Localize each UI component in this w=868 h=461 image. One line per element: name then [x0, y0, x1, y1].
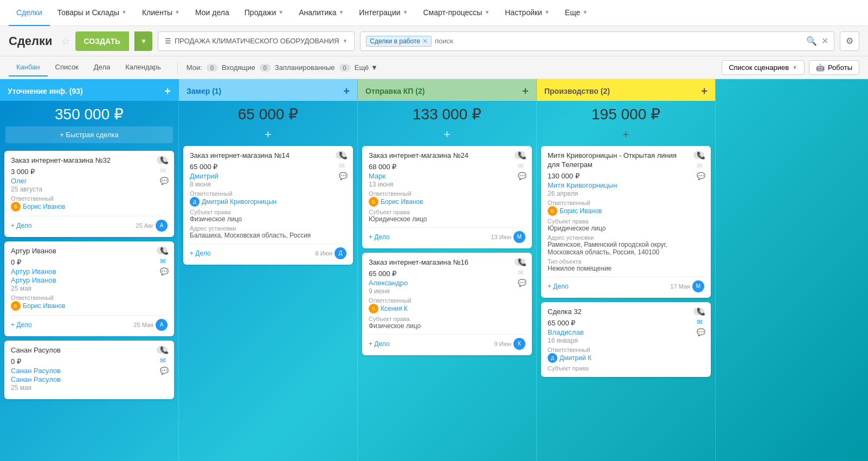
email-icon[interactable]: ✉ — [160, 257, 169, 265]
footer-date: 13 Июн М — [491, 231, 525, 243]
column-plus-icon[interactable]: + — [701, 85, 708, 98]
phone-icon[interactable]: 📞 — [160, 346, 169, 354]
nav-item-integrations[interactable]: Интеграции ▼ — [351, 0, 415, 26]
deal-card: Санан Расулов 0 📞 ✉ 💬 0 ₽ Санан Расулов … — [4, 341, 174, 399]
robots-button[interactable]: 🤖 Роботы — [809, 60, 859, 75]
email-icon[interactable]: ✉ — [339, 162, 348, 170]
comment-icon[interactable]: 💬 — [697, 172, 705, 180]
card-contact[interactable]: Олег — [11, 177, 168, 185]
nav-item-mydeals[interactable]: Мои дела — [188, 0, 237, 26]
comment-icon[interactable]: 💬 — [697, 328, 705, 336]
card-responsible[interactable]: Д Дмитрий Кривогорницын — [190, 197, 346, 207]
tab-calendar[interactable]: Календарь — [118, 59, 169, 76]
column-plus-icon[interactable]: + — [164, 85, 171, 98]
card-contact[interactable]: Митя Кривогорницын — [548, 181, 704, 189]
add-task-button[interactable]: + Дело — [369, 233, 390, 241]
card-responsible[interactable]: Б Борис Иванов — [369, 197, 525, 207]
clear-search-icon[interactable]: ✕ — [821, 36, 828, 46]
card-contact[interactable]: Владислав — [548, 328, 704, 336]
comment-icon[interactable]: 💬 — [518, 172, 526, 180]
card-contact[interactable]: Марк — [369, 172, 525, 180]
card-responsible[interactable]: Б Борис Иванов — [548, 206, 704, 216]
card-contact2[interactable]: Артур Иванов — [11, 276, 168, 284]
card-title[interactable]: Сделка 32 — [548, 308, 690, 317]
search-input[interactable] — [435, 37, 803, 45]
comment-icon[interactable]: 💬 — [160, 267, 169, 276]
nav-item-sales[interactable]: Продажи ▼ — [237, 0, 291, 26]
card-title[interactable]: Санан Расулов — [11, 346, 153, 355]
nav-item-clients[interactable]: Клиенты ▼ — [134, 0, 188, 26]
card-responsible[interactable]: К Ксения К — [369, 304, 525, 313]
card-contact[interactable]: Артур Иванов — [11, 267, 168, 276]
email-icon[interactable]: ✉ — [697, 162, 705, 170]
nav-item-deals[interactable]: Сделки — [9, 0, 50, 26]
add-task-button[interactable]: + Дело — [190, 249, 211, 257]
create-button[interactable]: СОЗДАТЬ — [75, 31, 129, 51]
add-card-button[interactable]: + — [537, 126, 715, 143]
card-title[interactable]: Митя Кривогорницын - Открытая линия для … — [548, 151, 690, 170]
tab-tasks[interactable]: Дела — [86, 59, 118, 76]
add-card-button[interactable]: + — [179, 126, 357, 143]
comment-icon[interactable]: 💬 — [160, 367, 169, 375]
email-icon[interactable]: ✉ — [697, 318, 705, 326]
column-header: Замер (1) + — [179, 79, 357, 101]
card-contact[interactable]: Санан Расулов — [11, 367, 168, 375]
incoming-label[interactable]: Входящие — [222, 63, 255, 72]
phone-icon[interactable]: 📞 — [160, 156, 169, 164]
search-tag[interactable]: Сделки в работе ✕ — [366, 36, 432, 47]
card-contact2[interactable]: Санан Расулов — [11, 375, 168, 383]
card-title[interactable]: Заказ интернет-магазина №32 — [11, 156, 153, 165]
phone-icon[interactable]: 📞 — [518, 258, 526, 266]
email-icon[interactable]: ✉ — [160, 167, 169, 175]
add-task-button[interactable]: + Дело — [11, 321, 32, 329]
add-task-button[interactable]: + Дело — [548, 283, 569, 290]
card-contact[interactable]: Дмитрий — [190, 172, 346, 180]
card-title[interactable]: Заказ интернет-магазина №24 — [369, 151, 511, 161]
filter-button[interactable]: ☰ ПРОДАЖА КЛИМАТИЧЕСКОГО ОБОРУДОВАНИЯ ▼ — [158, 31, 355, 51]
search-icon[interactable]: 🔍 — [806, 36, 817, 46]
card-contact[interactable]: Александро — [369, 279, 525, 287]
settings-button[interactable]: ⚙ — [840, 31, 859, 51]
add-task-button[interactable]: + Дело — [11, 222, 32, 229]
card-responsible[interactable]: Б Борис Иванов — [11, 301, 168, 311]
card-responsible[interactable]: Б Борис Иванов — [11, 202, 168, 212]
email-icon[interactable]: ✉ — [160, 356, 169, 364]
card-title[interactable]: Заказ интернет-магазина №16 — [369, 258, 511, 267]
page-title: Сделки — [9, 34, 53, 48]
column-plus-icon[interactable]: + — [522, 85, 529, 98]
phone-icon[interactable]: 📞 — [339, 151, 348, 159]
comment-icon[interactable]: 💬 — [518, 279, 526, 287]
phone-icon[interactable]: 📞 — [518, 151, 526, 159]
phone-icon[interactable]: 📞 — [160, 247, 169, 255]
scenarios-button[interactable]: Список сценариев ▼ — [722, 60, 805, 75]
email-icon[interactable]: ✉ — [518, 268, 526, 277]
card-title[interactable]: Заказ интернет-магазина №14 — [190, 151, 332, 161]
comment-icon[interactable]: 💬 — [160, 177, 169, 185]
comment-icon[interactable]: 💬 — [339, 172, 348, 180]
add-card-button[interactable]: + — [358, 126, 536, 143]
column-clarification: Уточнение инф. (93) + 350 000 ₽ + Быстра… — [0, 79, 179, 461]
email-icon[interactable]: ✉ — [518, 162, 526, 170]
planned-label[interactable]: Запланированные — [275, 63, 335, 72]
nav-item-goods[interactable]: Товары и Склады ▼ — [50, 0, 134, 26]
more-label[interactable]: Ещё ▼ — [355, 63, 378, 72]
phone-icon[interactable]: 📞 — [697, 151, 705, 159]
create-dropdown-button[interactable]: ▼ — [134, 31, 152, 51]
card-responsible[interactable]: Д Дмитрий К — [548, 353, 704, 363]
quick-deal-button[interactable]: + Быстрая сделка — [5, 126, 173, 143]
nav-item-more[interactable]: Еще ▼ — [557, 0, 595, 26]
favorite-icon[interactable]: ☆ — [61, 35, 70, 47]
responsible-label: Ответственный — [190, 190, 346, 197]
tab-kanban[interactable]: Канбан — [9, 59, 48, 76]
add-task-button[interactable]: + Дело — [369, 340, 390, 348]
incoming-badge: 0 — [207, 64, 217, 72]
nav-item-smart[interactable]: Смарт-процессы ▼ — [415, 0, 497, 26]
card-title[interactable]: Артур Иванов — [11, 247, 153, 256]
column-plus-icon[interactable]: + — [343, 85, 350, 98]
card-date: 16 января — [548, 337, 704, 344]
nav-item-analytics[interactable]: Аналитика ▼ — [291, 0, 351, 26]
tab-list[interactable]: Список — [48, 59, 86, 76]
phone-icon[interactable]: 📞 — [697, 308, 705, 316]
remove-tag-icon[interactable]: ✕ — [422, 37, 428, 45]
nav-item-settings[interactable]: Настройки ▼ — [497, 0, 557, 26]
